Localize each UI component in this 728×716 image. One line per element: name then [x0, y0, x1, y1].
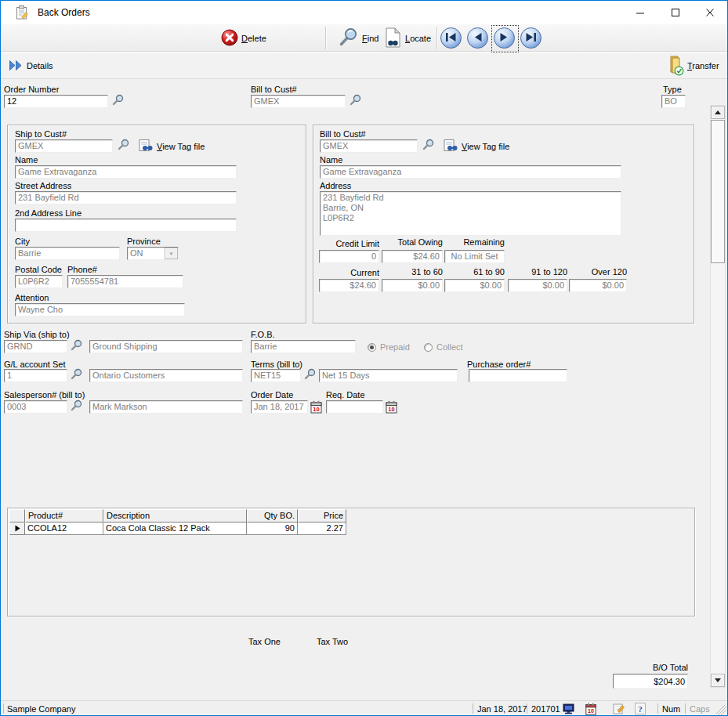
close-button[interactable]	[693, 1, 727, 24]
aging-91-120-label: 91 to 120	[508, 267, 567, 277]
terms-lookup-magnifier-icon[interactable]	[303, 368, 316, 381]
terms-desc-field: Net 15 Days	[319, 369, 458, 382]
status-bar: Sample Company Jan 18, 2017 201701 10 ? …	[1, 700, 727, 716]
bill-to-cust-input: GMEX	[320, 139, 418, 153]
locate-label: Locate	[405, 34, 431, 43]
view-tag-binoculars-icon	[139, 139, 154, 154]
address2-input[interactable]	[15, 219, 237, 232]
purchase-order-label: Purchase order#	[467, 360, 531, 369]
toolbar-separator	[436, 27, 437, 49]
details-section-toggle[interactable]: Details	[9, 57, 53, 74]
grid-product-cell[interactable]: CCOLA12	[25, 523, 103, 535]
bo-total-field: $204.30	[613, 674, 688, 689]
collect-radio	[424, 343, 433, 352]
session-date-text: Jan 18, 2017	[477, 704, 527, 714]
ship-to-cust-lookup-magnifier-icon[interactable]	[117, 139, 129, 151]
svg-text:?: ?	[638, 704, 643, 714]
statusbar-separator	[473, 703, 473, 714]
fob-input: Barrie	[251, 340, 356, 353]
province-label: Province	[127, 237, 161, 246]
purchase-order-input[interactable]	[469, 369, 567, 382]
credit-limit-field: 0	[319, 250, 379, 263]
bill-to-cust-header-input: GMEX	[251, 95, 346, 108]
order-date-calendar-icon[interactable]: 10	[310, 400, 322, 414]
aging-91-120-field: $0.00	[508, 279, 567, 292]
aging-over-120-field: $0.00	[569, 279, 627, 292]
nav-next-button[interactable]	[494, 27, 515, 49]
statusbar-separator	[685, 703, 686, 714]
address-line-1: 231 Bayfield Rd	[323, 193, 618, 203]
svg-text:10: 10	[388, 406, 394, 413]
aging-61-90-field: $0.00	[444, 279, 505, 292]
salesperson-code-input: 0003	[4, 400, 67, 414]
postal-code-label: Postal Code	[15, 265, 62, 274]
view-tag-binoculars-icon	[444, 139, 458, 154]
grid-qty-cell[interactable]: 90	[247, 523, 298, 535]
collect-label: Collect	[436, 342, 463, 352]
salesperson-desc-field: Mark Markson	[89, 400, 243, 414]
fiscal-period-text: 201701	[531, 704, 560, 714]
prepaid-label: Prepaid	[380, 342, 410, 352]
aging-31-60-label: 31 to 60	[382, 267, 443, 277]
minimize-button[interactable]	[622, 1, 657, 24]
view-tag-file-label: View Tag file	[157, 142, 205, 151]
grid-description-header[interactable]: Description	[103, 509, 247, 523]
nav-next-icon	[499, 32, 509, 44]
street-address-input: 231 Bayfield Rd	[15, 191, 237, 204]
ship-via-desc-field: Ground Shipping	[89, 340, 243, 353]
city-label: City	[15, 237, 30, 246]
grid-qty-header[interactable]: Qty BO.	[247, 509, 298, 523]
grid-price-cell[interactable]: 2.27	[298, 523, 346, 535]
locate-button[interactable]: Locate	[384, 27, 431, 49]
delete-button[interactable]: Delete	[221, 27, 266, 49]
view-tag-file-label: View Tag file	[462, 142, 509, 151]
req-date-calendar-icon[interactable]: 10	[386, 400, 397, 414]
order-number-input[interactable]: 12	[4, 95, 108, 108]
vertical-scrollbar[interactable]	[710, 105, 726, 688]
total-owing-field: $24.60	[382, 250, 443, 263]
type-field: BO	[661, 95, 686, 108]
nav-last-button[interactable]	[520, 27, 541, 49]
ship-to-view-tag-file-link[interactable]: View Tag file	[139, 139, 205, 153]
window-title: Back Orders	[38, 7, 90, 18]
bill-to-lookup-magnifier-icon[interactable]	[422, 139, 434, 151]
bill-to-view-tag-file-link[interactable]: View Tag file	[444, 139, 509, 153]
req-date-input[interactable]	[326, 400, 383, 414]
row-selector-cell[interactable]	[9, 523, 25, 535]
aging-31-60-field: $0.00	[382, 279, 443, 292]
grid-description-cell[interactable]: Coca Cola Classic 12 Pack	[103, 523, 247, 535]
app-clipboard-icon	[15, 5, 29, 21]
order-number-label: Order Number	[4, 85, 59, 94]
order-date-label: Order Date	[251, 390, 293, 400]
gl-lookup-magnifier-icon[interactable]	[70, 368, 82, 381]
find-button[interactable]: Find	[338, 27, 378, 49]
bill-to-name-input: Game Extravaganza	[320, 165, 621, 179]
gl-account-set-label: G/L account Set	[4, 360, 65, 369]
nav-previous-button[interactable]	[467, 27, 488, 49]
bill-to-cust-header-label: Bill to Cust#	[251, 85, 297, 94]
grid-price-header[interactable]: Price	[298, 509, 346, 523]
svg-text:10: 10	[588, 708, 594, 714]
maximize-button[interactable]	[657, 1, 693, 24]
address-line-2: Barrie, ON	[323, 203, 618, 213]
nav-first-button[interactable]	[440, 27, 462, 49]
order-number-lookup-magnifier-icon[interactable]	[111, 94, 124, 107]
transfer-button[interactable]: Transfer	[668, 55, 719, 77]
bill-to-cust-lookup-magnifier-icon[interactable]	[349, 94, 361, 107]
aging-current-field: $24.60	[319, 279, 379, 292]
ship-to-name-input: Game Extravaganza	[15, 165, 237, 179]
scroll-up-button[interactable]	[711, 106, 725, 119]
scroll-down-button[interactable]	[711, 674, 725, 687]
scrollbar-thumb[interactable]	[711, 120, 725, 263]
caps-lock-indicator: Caps	[690, 704, 710, 714]
period-calendar-icon: 10	[585, 703, 596, 716]
delete-x-icon	[221, 29, 238, 48]
resize-grip[interactable]	[716, 705, 726, 715]
current-row-marker-icon	[15, 524, 20, 533]
ship-via-lookup-magnifier-icon[interactable]	[70, 339, 82, 352]
details-chevrons-icon	[9, 60, 24, 73]
grid-product-header[interactable]: Product#	[25, 509, 103, 523]
salesperson-lookup-magnifier-icon[interactable]	[70, 400, 82, 412]
num-lock-indicator: Num	[662, 704, 680, 714]
prepaid-radio	[368, 343, 376, 352]
